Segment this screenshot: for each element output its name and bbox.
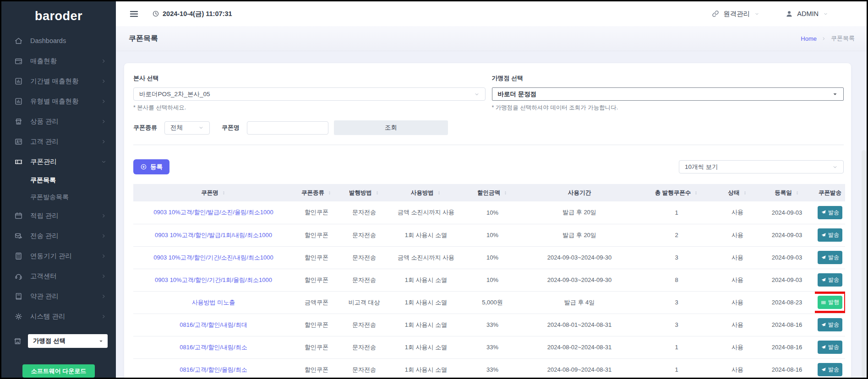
chevron-down-icon <box>754 11 759 16</box>
issue-button[interactable]: 발행 <box>818 296 842 309</box>
coupon-name-link[interactable]: 0816/고객/할인/내림/최소 <box>133 336 294 358</box>
use-period-cell: 발급 후 20일 <box>522 224 637 246</box>
coupon-name-link[interactable]: 0903 10%고객/할인/발급/소진/올림/최소1000 <box>133 201 294 224</box>
franchise-select-value: 바로더 문정점 <box>498 90 537 98</box>
column-header-7[interactable]: 총 발행쿠폰수 <box>637 184 716 201</box>
coupon-name-link[interactable]: 0903 10%고객/할인/기간/소진/내림/최소1000 <box>133 246 294 269</box>
issued-count-cell: 3 <box>637 314 716 336</box>
chart-period-icon <box>14 77 23 86</box>
send-button[interactable]: 발송 <box>818 318 842 331</box>
column-header-1[interactable]: 쿠폰명 <box>133 184 294 201</box>
table-row: 사용방법 미노출금액쿠폰비고객 대상1회 사용시 소멸5,000원발급 후 4일… <box>133 291 845 314</box>
sidebar-item-system[interactable]: 시스템 관리 <box>1 306 116 326</box>
send-button[interactable]: 발송 <box>818 363 842 376</box>
remote-management-menu[interactable]: 원격관리 <box>711 10 759 18</box>
column-header-2[interactable]: 쿠폰종류 <box>294 184 339 201</box>
sidebar-item-support[interactable]: 고객센터 <box>1 266 116 286</box>
hamburger-menu-icon[interactable] <box>129 9 139 19</box>
column-header-3[interactable]: 발행방법 <box>339 184 389 201</box>
coupon-name-input[interactable] <box>247 121 328 135</box>
chart-type-icon <box>14 97 23 106</box>
column-header-inner: 할인금액 <box>463 189 522 197</box>
sidebar-item-devices[interactable]: 연동기기 관리 <box>1 246 116 266</box>
column-header-9[interactable]: 등록일 <box>759 184 815 201</box>
use-method-cell: 1회 사용시 소멸 <box>389 291 463 314</box>
coupon-send-cell: 발송 <box>815 336 845 358</box>
headquarters-select[interactable]: 바로더POS_2차_본사_05 <box>133 87 486 101</box>
register-date-cell: 2024-08-16 <box>759 358 815 378</box>
status-cell: 사용 <box>716 291 759 314</box>
coupon-name-link[interactable]: 0816/고객/할인/내림/최대 <box>133 314 294 336</box>
action-button-label: 발송 <box>828 231 839 239</box>
sidebar-subitem-coupon-list[interactable]: 쿠폰목록 <box>1 172 116 189</box>
sidebar-subitem-coupon-send-list[interactable]: 쿠폰발송목록 <box>1 189 116 206</box>
table-row: 0816/고객/할인/내림/최대할인쿠폰문자전송1회 사용시 소멸33%2024… <box>133 314 845 336</box>
column-header-4[interactable]: 사용방법 <box>389 184 463 201</box>
coupon-name-link[interactable]: 0903 10%고객/할인/기간/1회/올림/최소1000 <box>133 269 294 291</box>
sidebar-item-type-sales[interactable]: 유형별 매출현황 <box>1 91 116 111</box>
issued-count-cell: 3 <box>637 246 716 269</box>
send-button[interactable]: 발송 <box>818 273 842 287</box>
caret-down-icon <box>832 92 838 97</box>
chevron-right-icon <box>101 139 107 145</box>
column-header-inner: 쿠폰명 <box>133 189 294 197</box>
points-icon <box>14 211 23 220</box>
franchise-helper-text: * 가맹점을 선택하셔야 데이터 조회가 가능합니다. <box>492 104 844 112</box>
chevron-right-icon <box>101 273 107 279</box>
send-button[interactable]: 발송 <box>818 341 842 354</box>
column-header-5[interactable]: 할인금액 <box>463 184 522 201</box>
chevron-down-icon <box>823 11 828 16</box>
column-header-8[interactable]: 상태 <box>716 184 759 201</box>
sidebar-item-product[interactable]: 상품 관리 <box>1 111 116 131</box>
coupon-name-link[interactable]: 0903 10%고객/할인/발급/1회/내림/최소1000 <box>133 224 294 246</box>
store-select[interactable]: 가맹점 선택 <box>28 334 108 348</box>
clock-icon <box>152 10 159 17</box>
page-size-value: 10개씩 보기 <box>685 163 718 171</box>
barcode-icon <box>821 300 826 305</box>
datetime-text: 2024-10-4(금) 11:07:31 <box>163 10 232 18</box>
transfer-icon <box>14 232 23 240</box>
column-header-6: 사용기간 <box>522 184 637 201</box>
page-size-select[interactable]: 10개씩 보기 <box>679 160 844 173</box>
sidebar-item-dashboards[interactable]: Dashboards <box>1 31 116 51</box>
use-method-cell: 1회 사용시 소멸 <box>389 269 463 291</box>
issue-method-cell: 문자전송 <box>339 336 389 358</box>
action-button-label: 발송 <box>828 209 839 217</box>
sidebar-item-points[interactable]: 적립 관리 <box>1 206 116 226</box>
sidebar-subitem-label: 쿠폰목록 <box>30 176 56 184</box>
terms-icon <box>14 292 23 301</box>
sidebar: baroder Dashboards매출현황기간별 매출현황유형별 매출현황상품… <box>1 1 116 378</box>
issue-method-cell: 문자전송 <box>339 201 389 224</box>
sidebar-item-period-sales[interactable]: 기간별 매출현황 <box>1 71 116 91</box>
sidebar-item-terms[interactable]: 약관 관리 <box>1 286 116 306</box>
user-menu[interactable]: ADMIN <box>785 10 828 18</box>
send-button[interactable]: 발송 <box>818 228 842 242</box>
issue-method-cell: 비고객 대상 <box>339 291 389 314</box>
search-button[interactable]: 조회 <box>334 120 448 135</box>
sidebar-item-transfer[interactable]: 전송 관리 <box>1 226 116 246</box>
sort-icon <box>694 190 698 196</box>
sidebar-item-coupon[interactable]: 쿠폰관리 <box>1 152 116 172</box>
column-header-inner: 총 발행쿠폰수 <box>637 189 716 197</box>
breadcrumb-home-link[interactable]: Home <box>801 35 817 42</box>
software-download-button[interactable]: 소프트웨어 다운로드 <box>22 364 95 378</box>
scrollbar[interactable] <box>862 150 866 378</box>
use-period-cell: 2024-08-02~2024-08-31 <box>522 336 637 358</box>
send-button[interactable]: 발송 <box>818 251 842 264</box>
coupon-type-select[interactable]: 전체 <box>164 121 210 135</box>
chevron-right-icon <box>101 253 107 259</box>
sidebar-item-customer[interactable]: 고객 관리 <box>1 131 116 152</box>
chevron-right-icon <box>101 293 107 299</box>
franchise-select[interactable]: 바로더 문정점 <box>492 87 844 101</box>
coupon-name-link[interactable]: 사용방법 미노출 <box>133 291 294 314</box>
chevron-down-icon <box>198 125 204 130</box>
send-button[interactable]: 발송 <box>818 206 842 219</box>
coupon-name-link[interactable]: 0816/고객/할인/올림/최소 <box>133 358 294 378</box>
support-icon <box>14 272 23 281</box>
app-logo: baroder <box>1 1 116 31</box>
action-button-label: 발송 <box>828 343 839 351</box>
column-header-10: 쿠폰발송 <box>815 184 845 201</box>
sidebar-item-sales[interactable]: 매출현황 <box>1 51 116 71</box>
register-button[interactable]: 등록 <box>133 159 169 174</box>
caret-down-icon <box>98 339 104 344</box>
